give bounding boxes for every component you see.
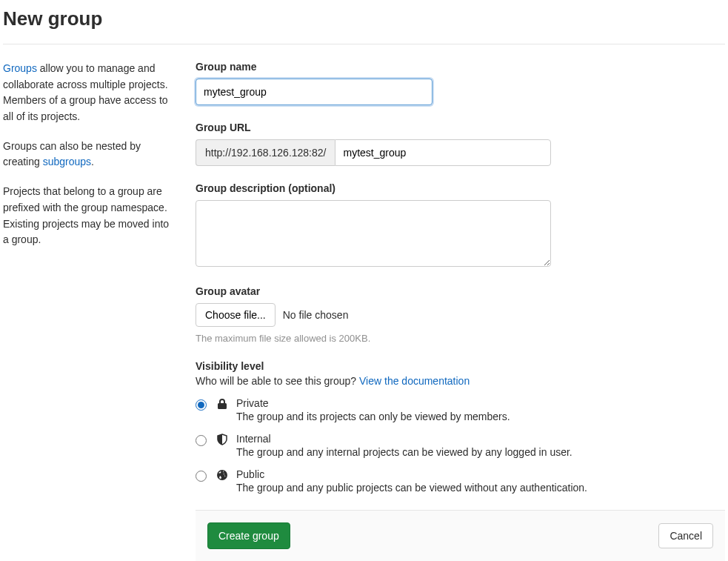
file-status: No file chosen xyxy=(283,309,349,321)
visibility-radio-public[interactable] xyxy=(196,471,207,482)
page-title: New group xyxy=(3,0,725,44)
radio-text: Public The group and any public projects… xyxy=(236,468,587,494)
file-row: Choose file... No file chosen xyxy=(196,303,725,327)
visibility-option-private: Private The group and its projects can o… xyxy=(196,397,725,422)
radio-body: Public The group and any public projects… xyxy=(216,468,587,494)
radio-text: Internal The group and any internal proj… xyxy=(236,433,572,458)
radio-body: Internal The group and any internal proj… xyxy=(216,433,572,458)
group-avatar-field: Group avatar Choose file... No file chos… xyxy=(196,285,725,344)
avatar-hint: The maximum file size allowed is 200KB. xyxy=(196,333,725,344)
sidebar-help: Groups allow you to manage and collabora… xyxy=(3,61,173,262)
sidebar-p2-post: . xyxy=(91,156,94,167)
radio-body: Private The group and its projects can o… xyxy=(216,397,510,422)
group-url-row: http://192.168.126.128:82/ xyxy=(196,139,551,166)
title-separator xyxy=(3,44,725,44)
footer-bar: Create group Cancel xyxy=(196,510,725,561)
group-name-label: Group name xyxy=(196,61,725,73)
visibility-option-public: Public The group and any public projects… xyxy=(196,468,725,494)
visibility-radio-internal[interactable] xyxy=(196,435,207,446)
form-content: Group name Group URL http://192.168.126.… xyxy=(196,61,725,561)
create-group-button[interactable]: Create group xyxy=(207,522,290,549)
visibility-radio-private[interactable] xyxy=(196,399,207,411)
visibility-sub-internal: The group and any internal projects can … xyxy=(236,446,572,458)
visibility-option-internal: Internal The group and any internal proj… xyxy=(196,433,725,458)
visibility-field: Visibility level Who will be able to see… xyxy=(196,360,725,494)
globe-icon xyxy=(216,468,229,482)
sidebar-paragraph-3: Projects that belong to a group are pref… xyxy=(3,184,173,248)
sidebar-paragraph-2: Groups can also be nested by creating su… xyxy=(3,139,173,170)
visibility-sub-private: The group and its projects can only be v… xyxy=(236,411,510,422)
subgroups-link[interactable]: subgroups xyxy=(43,156,91,167)
group-url-label: Group URL xyxy=(196,122,725,133)
group-url-prefix: http://192.168.126.128:82/ xyxy=(196,139,335,166)
svg-point-0 xyxy=(217,470,227,480)
groups-link[interactable]: Groups xyxy=(3,62,37,74)
cancel-button[interactable]: Cancel xyxy=(658,523,713,548)
group-description-field: Group description (optional) xyxy=(196,182,725,269)
visibility-title-internal: Internal xyxy=(236,433,572,445)
lock-icon xyxy=(216,397,229,411)
visibility-desc-text: Who will be able to see this group? xyxy=(196,375,359,387)
visibility-doc-link[interactable]: View the documentation xyxy=(359,375,470,387)
radio-text: Private The group and its projects can o… xyxy=(236,397,510,422)
group-url-input[interactable] xyxy=(335,139,551,166)
group-name-input[interactable] xyxy=(196,79,433,105)
group-description-label: Group description (optional) xyxy=(196,182,725,194)
group-url-field: Group URL http://192.168.126.128:82/ xyxy=(196,122,725,166)
visibility-sub-public: The group and any public projects can be… xyxy=(236,482,587,494)
visibility-title-private: Private xyxy=(236,397,510,409)
group-name-field: Group name xyxy=(196,61,725,105)
choose-file-button[interactable]: Choose file... xyxy=(196,303,275,327)
sidebar-paragraph-1: Groups allow you to manage and collabora… xyxy=(3,61,173,125)
visibility-label: Visibility level xyxy=(196,360,725,372)
shield-icon xyxy=(216,433,229,446)
main-content: Groups allow you to manage and collabora… xyxy=(3,61,725,561)
group-description-input[interactable] xyxy=(196,200,551,267)
visibility-description: Who will be able to see this group? View… xyxy=(196,375,725,387)
visibility-title-public: Public xyxy=(236,468,587,480)
group-avatar-label: Group avatar xyxy=(196,285,725,297)
